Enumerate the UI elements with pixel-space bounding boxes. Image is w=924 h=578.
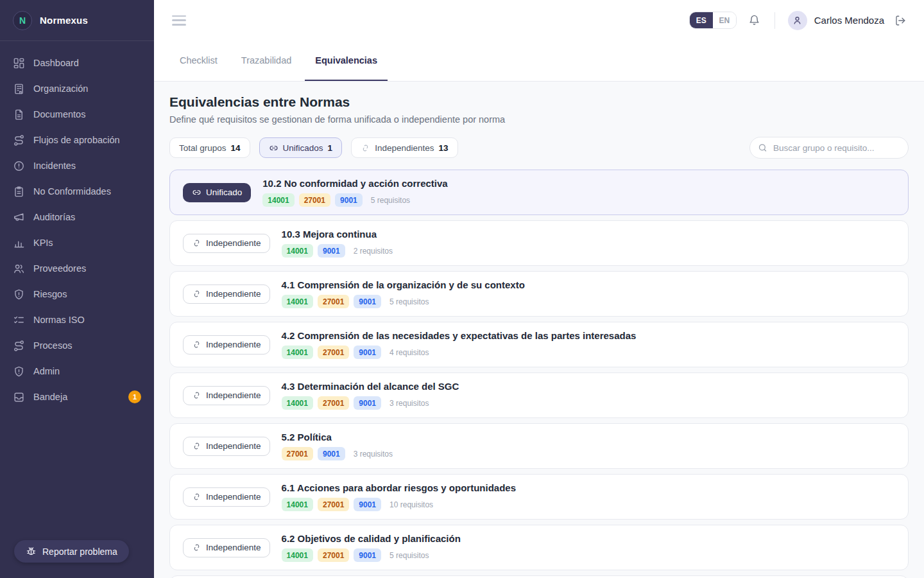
independent-status-pill[interactable]: Independiente: [183, 437, 270, 456]
filter-chip-count: 13: [438, 143, 448, 153]
iso-badge-14001: 14001: [262, 193, 294, 207]
group-title: 6.1 Acciones para abordar riesgos y opor…: [282, 482, 516, 493]
kpis-icon: [13, 237, 25, 249]
language-en-button[interactable]: EN: [713, 12, 736, 28]
search-input[interactable]: [749, 137, 909, 159]
sidebar-item-label: Admin: [33, 366, 60, 376]
sidebar-item-dashboard[interactable]: Dashboard: [0, 50, 154, 76]
sidebar-item-no-conformidades[interactable]: No Conformidades: [0, 179, 154, 204]
status-pill-label: Unificado: [206, 188, 242, 197]
filter-chip-total-grupos[interactable]: Total grupos14: [169, 137, 250, 158]
sidebar-item-label: Auditorías: [33, 212, 75, 222]
requirement-count: 10 requisitos: [389, 500, 433, 509]
group-card[interactable]: Independiente5.2 Política2700190013 requ…: [169, 423, 909, 469]
user-name: Carlos Mendoza: [814, 15, 884, 26]
iso-badge-14001: 14001: [282, 498, 313, 511]
filter-chip-count: 1: [328, 143, 333, 153]
iso-badge-9001: 9001: [354, 346, 381, 359]
sidebar-nav: DashboardOrganizaciónDocumentosFlujos de…: [0, 41, 154, 410]
group-title: 10.3 Mejora continua: [282, 229, 393, 240]
group-card[interactable]: Independiente6.1 Acciones para abordar r…: [169, 474, 909, 520]
iso-badge-9001: 9001: [318, 244, 345, 258]
main-area: ES EN Carlos Mendoza ChecklistTrazabilid…: [154, 0, 924, 578]
notifications-bell-icon[interactable]: [748, 14, 760, 26]
unlink-icon: [361, 143, 370, 153]
unlink-icon: [192, 441, 201, 451]
group-card[interactable]: Independiente4.3 Determinación del alcan…: [169, 372, 909, 418]
group-card-partial[interactable]: [169, 575, 909, 578]
unified-status-pill[interactable]: Unificado: [183, 183, 251, 202]
group-title: 4.3 Determinación del alcance del SGC: [282, 381, 459, 392]
sidebar-item-label: Flujos de aprobación: [33, 135, 120, 145]
iso-badge-9001: 9001: [318, 447, 345, 460]
group-title: 4.1 Comprensión de la organización y de …: [282, 279, 525, 290]
tab-checklist[interactable]: Checklist: [169, 40, 228, 81]
sidebar-item-riesgos[interactable]: Riesgos: [0, 281, 154, 307]
processes-icon: [13, 340, 25, 352]
sidebar-item-label: No Conformidades: [33, 186, 111, 197]
filter-chips: Total grupos14Unificados1Independientes1…: [169, 137, 458, 158]
independent-status-pill[interactable]: Independiente: [183, 386, 270, 405]
sidebar-item-bandeja[interactable]: Bandeja1: [0, 384, 154, 410]
iso-standards-icon: [13, 314, 25, 326]
admin-icon: [13, 365, 25, 378]
filter-chip-independientes[interactable]: Independientes13: [351, 137, 458, 158]
suppliers-icon: [13, 263, 25, 275]
group-title: 6.2 Objetivos de calidad y planificación: [282, 533, 461, 544]
sidebar-item-label: Organización: [33, 83, 88, 94]
sidebar-item-label: Documentos: [33, 109, 85, 119]
logout-icon[interactable]: [894, 15, 906, 26]
sidebar-item-procesos[interactable]: Procesos: [0, 333, 154, 358]
person-icon: [792, 15, 803, 26]
iso-badge-27001: 27001: [318, 498, 349, 511]
iso-badge-14001: 14001: [282, 396, 313, 410]
report-problem-button[interactable]: Reportar problema: [14, 540, 129, 563]
brand: N Normexus: [0, 0, 154, 41]
independent-status-pill[interactable]: Independiente: [183, 234, 270, 253]
hamburger-menu-icon[interactable]: [172, 15, 186, 26]
audits-icon: [13, 211, 25, 223]
unlink-icon: [192, 238, 201, 248]
unlink-icon: [192, 543, 201, 552]
tab-equivalencias[interactable]: Equivalencias: [305, 40, 388, 81]
independent-status-pill[interactable]: Independiente: [183, 487, 270, 507]
group-card[interactable]: Independiente10.3 Mejora continua1400190…: [169, 220, 909, 266]
status-pill-label: Independiente: [206, 492, 261, 502]
filter-chip-label: Independientes: [375, 143, 434, 153]
requirement-count: 3 requisitos: [389, 399, 429, 408]
header: ES EN Carlos Mendoza ChecklistTrazabilid…: [154, 0, 924, 82]
topbar-divider: [774, 12, 775, 29]
sidebar-item-documentos[interactable]: Documentos: [0, 101, 154, 127]
link-icon: [269, 143, 278, 153]
independent-status-pill[interactable]: Independiente: [183, 335, 270, 355]
tab-trazabilidad[interactable]: Trazabilidad: [231, 40, 302, 81]
status-pill-label: Independiente: [206, 441, 261, 451]
sidebar-item-normas-iso[interactable]: Normas ISO: [0, 307, 154, 333]
group-card[interactable]: Independiente6.2 Objetivos de calidad y …: [169, 525, 909, 570]
sidebar-item-label: Normas ISO: [33, 315, 85, 325]
organization-icon: [13, 83, 25, 95]
sidebar-item-admin[interactable]: Admin: [0, 358, 154, 384]
sidebar-item-organizaci-n[interactable]: Organización: [0, 76, 154, 101]
iso-badge-9001: 9001: [354, 498, 381, 511]
sidebar-item-proveedores[interactable]: Proveedores: [0, 256, 154, 281]
group-card[interactable]: Unificado10.2 No conformidad y acción co…: [169, 170, 909, 215]
group-card[interactable]: Independiente4.1 Comprensión de la organ…: [169, 271, 909, 317]
group-card[interactable]: Independiente4.2 Comprensión de las nece…: [169, 322, 909, 367]
sidebar-item-flujos-de-aprobaci-n[interactable]: Flujos de aprobación: [0, 127, 154, 153]
unlink-icon: [192, 340, 201, 349]
filter-chip-unificados[interactable]: Unificados1: [259, 137, 343, 158]
group-title: 10.2 No conformidad y acción correctiva: [262, 178, 447, 189]
topbar-right: ES EN Carlos Mendoza: [689, 11, 906, 30]
sidebar-item-kpis[interactable]: KPIs: [0, 230, 154, 256]
status-pill-label: Independiente: [206, 238, 261, 248]
iso-badge-27001: 27001: [318, 548, 349, 562]
independent-status-pill[interactable]: Independiente: [183, 285, 270, 304]
unlink-icon: [192, 492, 201, 502]
sidebar-item-incidentes[interactable]: Incidentes: [0, 153, 154, 179]
sidebar-item-label: Procesos: [33, 340, 72, 351]
independent-status-pill[interactable]: Independiente: [183, 538, 270, 557]
sidebar-item-auditor-as[interactable]: Auditorías: [0, 204, 154, 230]
filter-chip-count: 14: [231, 143, 241, 153]
language-es-button[interactable]: ES: [690, 12, 713, 28]
